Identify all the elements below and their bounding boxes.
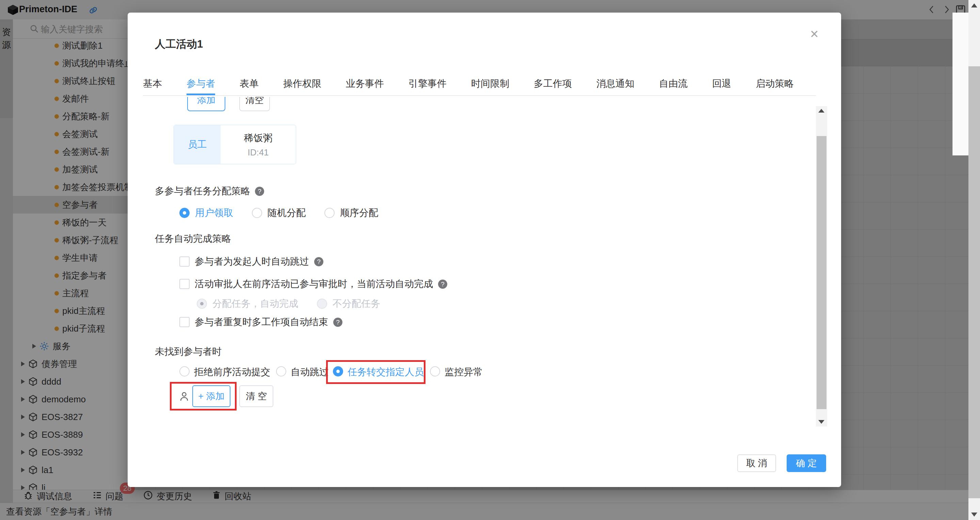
checkbox-multi-workitem-autoend[interactable] bbox=[180, 317, 189, 327]
cancel-button[interactable]: 取 消 bbox=[737, 454, 776, 472]
right-collapsed-panel[interactable] bbox=[953, 13, 969, 155]
tab-notifications[interactable]: 消息通知 bbox=[597, 77, 635, 90]
duplicate-participant-row: 参与者重复时多工作项自动结束 bbox=[180, 315, 342, 328]
clipped-clear-button[interactable]: 清空 bbox=[239, 97, 270, 111]
participant-id: ID:41 bbox=[247, 147, 269, 158]
scroll-up-icon[interactable] bbox=[818, 109, 824, 113]
tab-multi-workitem[interactable]: 多工作项 bbox=[534, 77, 572, 90]
activity-settings-dialog: 人工活动1 × 基本 参与者 表单 操作权限 业务事件 引擎事件 时间限制 多工… bbox=[128, 13, 841, 487]
help-icon[interactable] bbox=[314, 257, 323, 266]
add-assignee-button[interactable]: + 添加 bbox=[192, 385, 231, 407]
clipped-add-button[interactable]: 添加 bbox=[187, 97, 225, 111]
radio-monitor-exception[interactable] bbox=[430, 366, 440, 376]
auto-complete-title: 任务自动完成策略 bbox=[155, 232, 231, 245]
scroll-up-icon[interactable] bbox=[971, 3, 977, 8]
help-icon[interactable] bbox=[333, 318, 342, 327]
tab-permissions[interactable]: 操作权限 bbox=[283, 77, 321, 90]
page-scrollbar-thumb[interactable] bbox=[969, 66, 980, 498]
clear-assignee-button[interactable]: 清 空 bbox=[239, 385, 273, 407]
radio-user-claim[interactable] bbox=[180, 208, 189, 218]
assignee-actions-row: + 添加 清 空 bbox=[143, 385, 347, 409]
participant-card[interactable]: 员工 稀饭粥 ID:41 bbox=[173, 125, 296, 164]
dialog-tabs: 基本 参与者 表单 操作权限 业务事件 引擎事件 时间限制 多工作项 消息通知 … bbox=[143, 77, 794, 90]
tab-start-strategy[interactable]: 启动策略 bbox=[756, 77, 794, 90]
radio-auto-skip[interactable] bbox=[276, 366, 286, 376]
help-icon[interactable] bbox=[438, 279, 447, 289]
not-found-options: 拒绝前序活动提交 自动跳过 任务转交指定人员 监控异常 bbox=[143, 366, 517, 379]
dialog-title: 人工活动1 bbox=[155, 37, 203, 51]
radio-assign-auto-complete-disabled bbox=[197, 299, 207, 309]
checkbox-skip-initiator[interactable] bbox=[180, 257, 189, 266]
dialog-scrollbar-thumb[interactable] bbox=[817, 136, 826, 409]
radio-no-assign-disabled bbox=[317, 299, 327, 309]
radio-reject-previous[interactable] bbox=[180, 366, 189, 376]
dialog-scrollbar[interactable] bbox=[816, 106, 827, 426]
assign-strategy-options: 用户领取 随机分配 顺序分配 bbox=[180, 206, 378, 219]
confirm-button[interactable]: 确 定 bbox=[787, 454, 826, 472]
dialog-scroll-content: 添加 清空 员工 稀饭粥 ID:41 多参与者任务分配策略 用户领取 随机分配 … bbox=[143, 97, 816, 417]
scroll-down-icon[interactable] bbox=[818, 420, 824, 424]
participant-role: 员工 bbox=[174, 125, 221, 164]
tabs-divider bbox=[143, 95, 816, 96]
tab-time-limit[interactable]: 时间限制 bbox=[471, 77, 509, 90]
tab-free-flow[interactable]: 自由流 bbox=[659, 77, 687, 90]
radio-sequential-assign[interactable] bbox=[325, 208, 335, 218]
checkbox-auto-complete-approved[interactable] bbox=[180, 279, 189, 289]
person-icon bbox=[178, 391, 190, 404]
assign-strategy-title: 多参与者任务分配策略 bbox=[155, 185, 250, 198]
auto-skip-initiator-row: 参与者为发起人时自动跳过 bbox=[180, 255, 323, 268]
not-found-title: 未找到参与者时 bbox=[155, 345, 221, 358]
not-found-section: 未找到参与者时 bbox=[155, 345, 221, 358]
tab-business-events[interactable]: 业务事件 bbox=[346, 77, 384, 90]
tab-rollback[interactable]: 回退 bbox=[712, 77, 731, 90]
auto-complete-approved-row: 活动审批人在前序活动已参与审批时，当前活动自动完成 bbox=[180, 277, 447, 290]
auto-complete-sub-options: 分配任务，自动完成 不分配任务 bbox=[197, 297, 380, 310]
participant-name: 稀饭粥 bbox=[244, 132, 273, 144]
close-icon[interactable]: × bbox=[810, 27, 819, 41]
tab-engine-events[interactable]: 引擎事件 bbox=[409, 77, 447, 90]
page-scrollbar[interactable] bbox=[969, 0, 980, 520]
screen: Primeton-IDE 资源 测试删除1 测试我的申请终止按 测试终止按钮 发… bbox=[0, 0, 980, 520]
auto-complete-section: 任务自动完成策略 bbox=[155, 232, 231, 245]
tab-basic[interactable]: 基本 bbox=[143, 77, 162, 90]
tab-form[interactable]: 表单 bbox=[240, 77, 259, 90]
scroll-down-icon[interactable] bbox=[971, 512, 977, 517]
help-icon[interactable] bbox=[255, 187, 264, 196]
radio-random-assign[interactable] bbox=[252, 208, 262, 218]
tab-participants[interactable]: 参与者 bbox=[186, 77, 215, 90]
assign-strategy-section: 多参与者任务分配策略 bbox=[155, 185, 264, 198]
radio-transfer-to-assignee[interactable] bbox=[333, 366, 343, 376]
